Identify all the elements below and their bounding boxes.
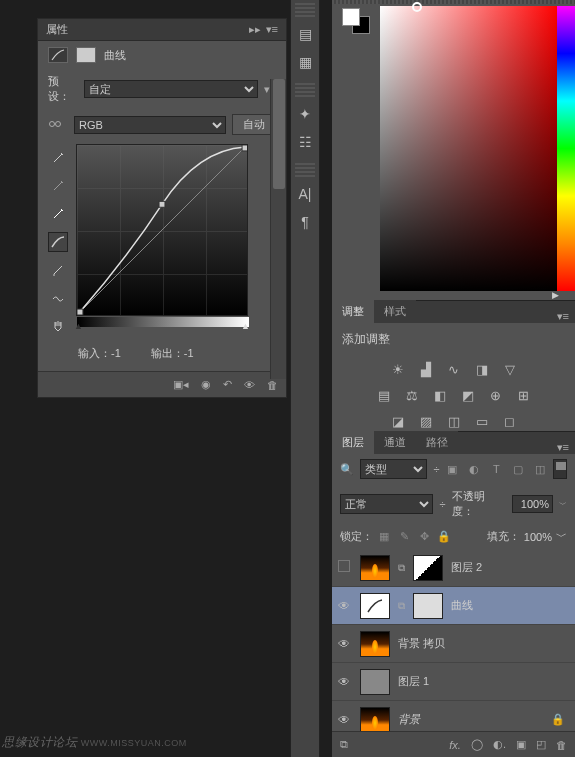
- invert-icon[interactable]: ◪: [389, 412, 407, 430]
- lock-pixels-icon[interactable]: ✎: [397, 530, 411, 543]
- point-curve-tool-icon[interactable]: [48, 232, 68, 252]
- link-icon[interactable]: ⧉: [398, 600, 405, 612]
- white-slider-icon[interactable]: ▲: [241, 321, 250, 331]
- character-icon[interactable]: A|: [294, 183, 316, 205]
- link-icon[interactable]: ⧉: [398, 562, 405, 574]
- layer-name[interactable]: 曲线: [451, 598, 569, 613]
- view-previous-icon[interactable]: ◉: [201, 378, 211, 391]
- layer-thumb[interactable]: [360, 555, 390, 581]
- blend-mode-select[interactable]: 正常: [340, 494, 433, 514]
- channel-select[interactable]: RGB: [74, 116, 226, 134]
- gradient-map-icon[interactable]: ▭: [473, 412, 491, 430]
- layer-name[interactable]: 背景 拷贝: [398, 636, 569, 651]
- posterize-icon[interactable]: ▨: [417, 412, 435, 430]
- threshold-icon[interactable]: ◫: [445, 412, 463, 430]
- tab-paths[interactable]: 路径: [416, 431, 458, 454]
- layer-row[interactable]: ⧉图层 2: [332, 549, 575, 587]
- delete-icon[interactable]: 🗑: [267, 379, 278, 391]
- color-balance-icon[interactable]: ⚖: [403, 386, 421, 404]
- scrollbar[interactable]: [270, 79, 286, 379]
- black-slider-icon[interactable]: ▲: [74, 321, 83, 331]
- hue-slider-arrow[interactable]: ▶: [552, 290, 559, 300]
- tab-styles[interactable]: 样式: [374, 300, 416, 323]
- eyedropper-white-icon[interactable]: [48, 204, 68, 224]
- photo-filter-icon[interactable]: ◩: [459, 386, 477, 404]
- exposure-icon[interactable]: ◨: [473, 360, 491, 378]
- color-lookup-icon[interactable]: ⊞: [515, 386, 533, 404]
- tab-layers[interactable]: 图层: [332, 431, 374, 454]
- visibility-toggle[interactable]: [338, 560, 352, 575]
- filter-kind-select[interactable]: 类型: [360, 459, 427, 479]
- hand-clip-icon[interactable]: [48, 316, 68, 336]
- lock-position-icon[interactable]: ✥: [417, 530, 431, 543]
- curves-adj-icon[interactable]: ∿: [445, 360, 463, 378]
- curves-graph[interactable]: ▲ ▲: [76, 144, 248, 316]
- selective-color-icon[interactable]: ◻: [501, 412, 519, 430]
- channel-link-icon[interactable]: [48, 117, 68, 133]
- lock-transparency-icon[interactable]: ▦: [377, 530, 391, 543]
- add-mask-icon[interactable]: ◯: [471, 738, 483, 751]
- filter-shape-icon[interactable]: ▢: [511, 463, 525, 476]
- properties-header[interactable]: 属性 ▸▸ ▾≡: [38, 19, 286, 41]
- adjustment-thumb[interactable]: [360, 593, 390, 619]
- brightness-icon[interactable]: ☀: [389, 360, 407, 378]
- layer-name[interactable]: 图层 2: [451, 560, 569, 575]
- filter-smart-icon[interactable]: ◫: [533, 463, 547, 476]
- toggle-visibility-icon[interactable]: 👁: [244, 379, 255, 391]
- paragraph-icon[interactable]: ¶: [294, 211, 316, 233]
- tab-adjustments[interactable]: 调整: [332, 300, 374, 323]
- color-panel-grabber[interactable]: [332, 0, 575, 4]
- new-layer-icon[interactable]: ◰: [536, 738, 546, 751]
- layer-name[interactable]: 背景: [398, 712, 543, 727]
- levels-icon[interactable]: ▟: [417, 360, 435, 378]
- layer-thumb[interactable]: [360, 707, 390, 732]
- history-icon[interactable]: ▤: [294, 23, 316, 45]
- dock-grabber-3[interactable]: [295, 163, 315, 177]
- layer-row[interactable]: 👁图层 1: [332, 663, 575, 701]
- visibility-toggle[interactable]: 👁: [338, 675, 352, 689]
- tab-channels[interactable]: 通道: [374, 431, 416, 454]
- color-cursor[interactable]: [412, 2, 422, 12]
- visibility-toggle[interactable]: 👁: [338, 599, 352, 613]
- layer-row[interactable]: 👁背景 拷贝: [332, 625, 575, 663]
- input-gradient[interactable]: [77, 317, 249, 327]
- filter-toggle[interactable]: [553, 459, 567, 479]
- visibility-toggle[interactable]: 👁: [338, 713, 352, 727]
- mask-thumb[interactable]: [413, 593, 443, 619]
- pencil-curve-tool-icon[interactable]: [48, 260, 68, 280]
- bw-icon[interactable]: ◧: [431, 386, 449, 404]
- filter-search-icon[interactable]: 🔍: [340, 463, 354, 476]
- link-layers-icon[interactable]: ⧉: [340, 738, 348, 751]
- eyedropper-gray-icon[interactable]: [48, 176, 68, 196]
- fill-chevron-icon[interactable]: ﹀: [556, 529, 567, 544]
- new-group-icon[interactable]: ▣: [516, 738, 526, 751]
- actions-icon[interactable]: ▦: [294, 51, 316, 73]
- swatches-dock-icon[interactable]: ☷: [294, 131, 316, 153]
- lock-all-icon[interactable]: 🔒: [437, 530, 451, 543]
- panel-menu-icon[interactable]: ▾≡: [266, 23, 278, 36]
- adjustments-menu-icon[interactable]: ▾≡: [551, 310, 575, 323]
- brushes-icon[interactable]: ✦: [294, 103, 316, 125]
- delete-layer-icon[interactable]: 🗑: [556, 739, 567, 751]
- fg-bg-swatches[interactable]: [342, 8, 370, 34]
- filter-pixel-icon[interactable]: ▣: [445, 463, 459, 476]
- eyedropper-black-icon[interactable]: [48, 148, 68, 168]
- reset-icon[interactable]: ↶: [223, 378, 232, 391]
- hue-sat-icon[interactable]: ▤: [375, 386, 393, 404]
- color-field[interactable]: [380, 6, 558, 291]
- smooth-tool-icon[interactable]: [48, 288, 68, 308]
- panel-collapse-icon[interactable]: ▸▸: [249, 23, 261, 36]
- opacity-chevron-icon[interactable]: ﹀: [559, 499, 567, 510]
- dock-grabber[interactable]: [295, 3, 315, 17]
- mask-thumb[interactable]: [413, 555, 443, 581]
- layer-row[interactable]: 👁背景🔒: [332, 701, 575, 731]
- filter-type-icon[interactable]: T: [489, 463, 503, 476]
- scrollbar-thumb[interactable]: [273, 79, 285, 189]
- dock-grabber-2[interactable]: [295, 83, 315, 97]
- layer-thumb[interactable]: [360, 631, 390, 657]
- foreground-swatch[interactable]: [342, 8, 360, 26]
- vibrance-icon[interactable]: ▽: [501, 360, 519, 378]
- channel-mixer-icon[interactable]: ⊕: [487, 386, 505, 404]
- fill-value[interactable]: 100%: [524, 531, 552, 543]
- fx-icon[interactable]: fx.: [449, 739, 461, 751]
